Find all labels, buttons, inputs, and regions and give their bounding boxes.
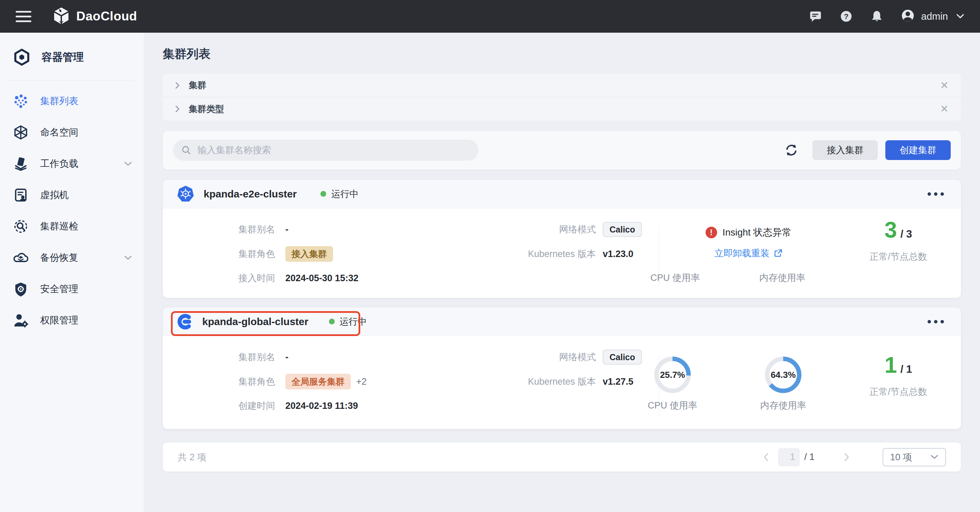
reinstall-link[interactable]: 立即卸载重装 [714,247,783,259]
alias-label: 集群别名 [239,351,285,363]
more-actions-icon[interactable] [924,316,947,327]
create-time-label: 创建时间 [239,400,285,412]
previous-page-icon[interactable] [763,452,769,462]
sidebar-item-label: 集群列表 [40,95,78,108]
nodes-label: 正常/节点总数 [847,251,949,263]
cluster-card-header: kpanda-e2e-cluster 运行中 [163,180,961,208]
insight-status-text: Insight 状态异常 [722,226,791,239]
backup-restore-icon [13,250,29,266]
user-menu[interactable]: admin [900,8,964,24]
memory-usage-label: 内存使用率 [759,272,805,284]
alias-value: - [285,352,288,363]
cpu-usage-label: CPU 使用率 [642,399,703,412]
role-label: 集群角色 [239,375,285,388]
notification-bell-icon[interactable] [870,10,884,23]
network-mode-label: 网络模式 [520,223,596,235]
nodes-total-count: / 1 [900,363,912,375]
close-icon[interactable]: ✕ [940,80,949,91]
sidebar-item-virtual-machine[interactable]: 虚拟机 [0,180,144,211]
refresh-icon[interactable] [784,143,799,157]
chevron-down-icon [956,14,964,19]
sidebar: 容器管理 集群列表 [0,33,144,512]
filter-row-cluster-type[interactable]: 集群类型 ✕ [163,97,961,121]
cluster-status: 运行中 [329,316,367,328]
sidebar-item-label: 安全管理 [40,283,78,296]
sidebar-item-permissions[interactable]: 权限管理 [0,305,144,336]
create-cluster-button[interactable]: 创建集群 [885,140,951,160]
network-mode-label: 网络模式 [520,351,596,363]
role-badge: 全局服务集群 [285,374,351,390]
chevron-right-icon [175,82,180,89]
permissions-user-gear-icon [13,313,29,328]
top-bar: DaoCloud ? [0,0,980,33]
sidebar-item-cluster-inspection[interactable]: 集群巡检 [0,211,144,242]
chevron-down-icon [930,455,939,460]
page-size-value: 10 项 [890,451,912,463]
chevron-right-icon [175,105,180,113]
cluster-name[interactable]: kpanda-global-cluster [202,316,309,328]
sidebar-item-label: 集群巡检 [40,220,78,233]
message-icon[interactable] [809,10,822,23]
role-badge: 接入集群 [285,246,333,262]
cpu-usage-label: CPU 使用率 [651,272,700,284]
cpu-usage-donut: 25.7% CPU 使用率 [642,356,703,412]
search-box [173,140,479,161]
page-size-select[interactable]: 10 项 [883,448,946,466]
cpu-usage-value: 25.7% [654,356,692,394]
node-count-block: 3/ 3 正常/节点总数 [847,219,949,263]
sidebar-item-cluster-list[interactable]: 集群列表 [0,86,144,117]
status-dot-green [320,191,326,197]
avatar [900,8,915,24]
join-cluster-button[interactable]: 接入集群 [813,140,878,160]
sidebar-item-backup-restore[interactable]: 备份恢复 [0,242,144,273]
cluster-card-global: kpanda-global-cluster 运行中 集群别名 - 集群角色 全局… [163,307,961,429]
join-time-value: 2024-05-30 15:32 [285,273,359,283]
insight-status-block: ! Insight 状态异常 立即卸载重装 [680,226,816,259]
search-input[interactable] [197,145,470,156]
filter-row-cluster[interactable]: 集群 ✕ [163,73,961,97]
nodes-label: 正常/节点总数 [847,386,949,398]
sidebar-item-workload[interactable]: 工作负载 [0,148,144,180]
daocloud-logo-icon [52,7,70,26]
search-icon [181,145,191,155]
close-icon[interactable]: ✕ [940,104,949,114]
next-page-icon[interactable] [844,452,850,462]
sidebar-item-label: 工作负载 [40,157,78,170]
nodes-healthy-count: 1 [884,352,897,377]
kubernetes-logo-icon [177,185,195,203]
page-total-text: / 1 [804,452,815,462]
namespace-icon [13,125,29,140]
virtual-machine-icon [13,187,29,203]
cluster-card-e2e: kpanda-e2e-cluster 运行中 集群别名 - 集群角色 接入集群 … [163,180,961,298]
sidebar-item-label: 权限管理 [40,314,78,327]
status-text: 运行中 [331,188,359,200]
cluster-card-header: kpanda-global-cluster 运行中 [163,307,961,336]
chevron-down-icon [124,255,132,261]
k8s-version-value: v1.23.0 [603,249,633,259]
alias-label: 集群别名 [239,223,285,235]
brand-name: DaoCloud [76,9,137,24]
menu-toggle-icon[interactable] [16,11,31,22]
external-link-icon [774,249,783,258]
svg-text:?: ? [844,12,849,21]
network-mode-badge: Calico [603,222,642,237]
nodes-healthy-count: 3 [884,217,897,242]
total-items-text: 共 2 项 [178,451,206,463]
sidebar-item-security[interactable]: 安全管理 [0,273,144,305]
pagination-bar: 共 2 项 / 1 10 项 [163,442,961,472]
memory-usage-label: 内存使用率 [752,399,814,412]
sidebar-item-namespace[interactable]: 命名空间 [0,117,144,148]
module-title: 容器管理 [41,50,84,64]
status-text: 运行中 [339,316,367,328]
help-icon[interactable]: ? [839,10,853,23]
module-header: 容器管理 [0,33,144,80]
alias-value: - [285,224,288,235]
node-count-block: 1/ 1 正常/节点总数 [847,354,949,398]
sidebar-nav: 集群列表 命名空间 [0,81,144,336]
global-cluster-logo-icon [177,313,193,330]
filter-label: 集群 [189,80,206,91]
cluster-name[interactable]: kpanda-e2e-cluster [204,188,297,200]
more-actions-icon[interactable] [924,189,947,199]
page-number-input[interactable] [778,448,800,466]
brand[interactable]: DaoCloud [52,7,137,26]
